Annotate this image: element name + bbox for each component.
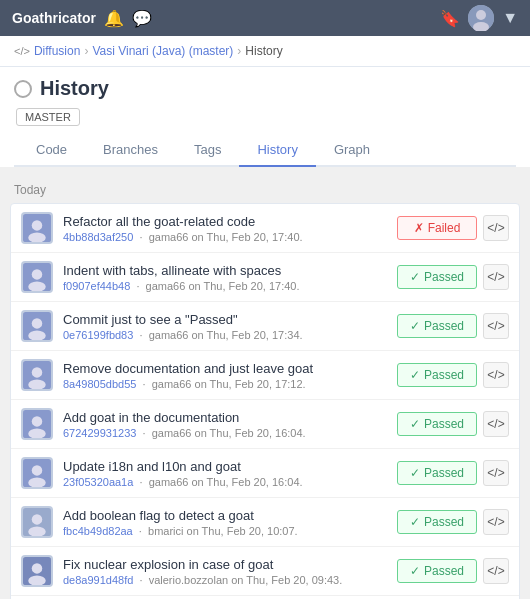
avatar [21,408,53,440]
commit-message: Refactor all the goat-related code [63,214,387,229]
commit-hash[interactable]: 4bb88d3af250 [63,231,133,243]
breadcrumb-current: History [245,44,282,58]
status-label: Passed [424,564,464,578]
table-row: Commit just to see a "Passed" 0e76199fbd… [11,302,519,351]
commit-meta: 4bb88d3af250 · gama66 on Thu, Feb 20, 17… [63,231,387,243]
tab-branches[interactable]: Branches [85,134,176,167]
commit-hash[interactable]: de8a991d48fd [63,574,133,586]
app-name: Goathricator [12,10,96,26]
commit-list: Refactor all the goat-related code 4bb88… [10,203,520,599]
commit-meta: 23f05320aa1a · gama66 on Thu, Feb 20, 16… [63,476,387,488]
commit-actions: ✓ Passed </> [397,558,509,584]
tab-code[interactable]: Code [18,134,85,167]
code-button[interactable]: </> [483,460,509,486]
commit-message: Add goat in the documentation [63,410,387,425]
history-icon [14,80,32,98]
commit-info: Refactor all the goat-related code 4bb88… [63,214,387,243]
page-title: History [40,77,109,100]
status-badge[interactable]: ✓ Passed [397,559,477,583]
code-button[interactable]: </> [483,411,509,437]
notification-icon[interactable]: 🔔 [104,9,124,28]
breadcrumb-diffusion[interactable]: Diffusion [34,44,80,58]
status-label: Passed [424,319,464,333]
code-button[interactable]: </> [483,558,509,584]
section-label: Today [10,177,520,203]
svg-point-13 [32,367,43,378]
commit-actions: ✓ Passed </> [397,509,509,535]
status-badge[interactable]: ✓ Passed [397,314,477,338]
code-button[interactable]: </> [483,509,509,535]
table-row: Refactor all the goat-related code 4bb88… [11,204,519,253]
status-badge[interactable]: ✓ Passed [397,265,477,289]
status-icon: ✓ [410,319,420,333]
commit-info: Indent with tabs, allineate with spaces … [63,263,387,292]
topbar-left: Goathricator 🔔 💬 [12,9,152,28]
status-badge[interactable]: ✓ Passed [397,412,477,436]
commit-hash[interactable]: fbc4b49d82aa [63,525,133,537]
tab-history[interactable]: History [239,134,315,167]
table-row: Remove documentation and just leave goat… [11,351,519,400]
status-icon: ✗ [414,221,424,235]
commit-actions: ✓ Passed </> [397,264,509,290]
svg-point-7 [32,269,43,280]
avatar[interactable] [468,5,494,31]
status-icon: ✓ [410,515,420,529]
breadcrumb-repo[interactable]: Vasi Vinari (Java) (master) [92,44,233,58]
code-button[interactable]: </> [483,362,509,388]
status-badge[interactable]: ✓ Passed [397,363,477,387]
avatar [21,555,53,587]
chat-icon[interactable]: 💬 [132,9,152,28]
commit-hash[interactable]: 23f05320aa1a [63,476,133,488]
commit-message: Fix nuclear explosion in case of goat [63,557,387,572]
commit-meta: 8a49805dbd55 · gama66 on Thu, Feb 20, 17… [63,378,387,390]
commit-info: Update i18n and l10n and goat 23f05320aa… [63,459,387,488]
commit-actions: ✗ Failed </> [397,215,509,241]
tabs: Code Branches Tags History Graph [14,134,516,167]
commit-info: Add boolean flag to detect a goat fbc4b4… [63,508,387,537]
commit-actions: ✓ Passed </> [397,313,509,339]
commit-info: Commit just to see a "Passed" 0e76199fbd… [63,312,387,341]
code-button[interactable]: </> [483,313,509,339]
status-icon: ✓ [410,270,420,284]
svg-point-16 [32,416,43,427]
commit-hash[interactable]: 8a49805dbd55 [63,378,136,390]
status-icon: ✓ [410,417,420,431]
commit-actions: ✓ Passed </> [397,411,509,437]
commit-message: Add boolean flag to detect a goat [63,508,387,523]
status-label: Passed [424,368,464,382]
status-badge[interactable]: ✓ Passed [397,461,477,485]
commit-hash[interactable]: f0907ef44b48 [63,280,130,292]
code-icon: </> [14,45,30,57]
code-button[interactable]: </> [483,264,509,290]
avatar [21,457,53,489]
code-button[interactable]: </> [483,215,509,241]
avatar [21,310,53,342]
commit-meta: 0e76199fbd83 · gama66 on Thu, Feb 20, 17… [63,329,387,341]
table-row: Add boolean flag to detect a goat fbc4b4… [11,498,519,547]
status-label: Passed [424,270,464,284]
status-icon: ✓ [410,564,420,578]
menu-icon[interactable]: ▼ [502,9,518,27]
commit-hash[interactable]: 0e76199fbd83 [63,329,133,341]
avatar [21,359,53,391]
bookmark-icon[interactable]: 🔖 [440,9,460,28]
commit-hash[interactable]: 672429931233 [63,427,136,439]
commit-message: Indent with tabs, allineate with spaces [63,263,387,278]
status-label: Passed [424,466,464,480]
commit-meta: 672429931233 · gama66 on Thu, Feb 20, 16… [63,427,387,439]
commit-message: Update i18n and l10n and goat [63,459,387,474]
commit-meta: f0907ef44b48 · gama66 on Thu, Feb 20, 17… [63,280,387,292]
svg-point-25 [32,563,43,574]
branch-badge[interactable]: MASTER [16,108,80,126]
breadcrumb: </> Diffusion › Vasi Vinari (Java) (mast… [0,36,530,67]
commit-info: Remove documentation and just leave goat… [63,361,387,390]
status-icon: ✓ [410,368,420,382]
topbar: Goathricator 🔔 💬 🔖 ▼ [0,0,530,36]
tab-tags[interactable]: Tags [176,134,239,167]
tab-graph[interactable]: Graph [316,134,388,167]
table-row: Fix nuclear explosion in case of goat de… [11,547,519,596]
commit-message: Commit just to see a "Passed" [63,312,387,327]
status-badge[interactable]: ✗ Failed [397,216,477,240]
status-badge[interactable]: ✓ Passed [397,510,477,534]
page-header: History MASTER Code Branches Tags Histor… [0,67,530,167]
